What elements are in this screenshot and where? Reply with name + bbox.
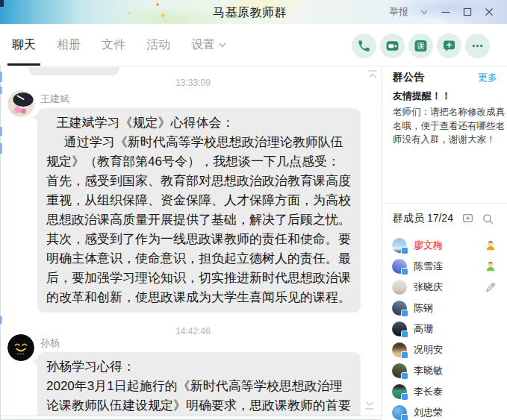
member-avatar — [392, 280, 407, 295]
member-name: 李长泰 — [414, 385, 497, 398]
more-actions-button[interactable] — [465, 34, 490, 58]
add-post-button[interactable] — [437, 34, 461, 58]
member-avatar — [392, 405, 407, 420]
message-timestamp: 13:33:09 — [4, 78, 382, 88]
background-window-corner — [0, 0, 4, 7]
minimize-button[interactable] — [440, 6, 452, 18]
member-list: 廖文梅 陈雪连 张晓庆 陈钢 — [382, 235, 507, 420]
active-tab-underline — [7, 63, 40, 66]
message-paragraph: 王建斌学习《规定》心得体会： — [46, 113, 352, 133]
titlebar-deco-dot2 — [128, 12, 131, 14]
tab-files[interactable]: 文件 — [102, 37, 125, 53]
background-window-artifact — [0, 127, 2, 136]
member-row[interactable]: 张晓庆 — [382, 277, 507, 298]
member-row[interactable]: 李长泰 — [382, 381, 507, 402]
report-chevron-down-icon[interactable] — [418, 6, 430, 18]
member-name: 廖文梅 — [414, 239, 485, 252]
sender-name: 王建斌 — [40, 93, 69, 106]
background-window-artifact — [0, 143, 2, 154]
notice-body: 老师们：请把名称修改成真名哦，便于查看还有哪些老师没有入群，谢谢大家！ — [393, 105, 505, 147]
member-avatar — [392, 301, 407, 316]
member-avatar — [392, 363, 407, 378]
background-window-artifact — [0, 316, 2, 324]
sidebar-divider — [382, 203, 507, 204]
members-count: 17/24 — [427, 212, 453, 224]
titlebar-deco-star: ★ — [160, 11, 167, 19]
class-course-button[interactable]: 课 — [408, 34, 433, 58]
tab-activities[interactable]: 活动 — [146, 37, 170, 53]
message-paragraph: 孙杨学习心得： — [46, 357, 352, 377]
titlebar[interactable]: ★ 马基原教师群 举报 — [0, 0, 507, 24]
member-avatar — [392, 238, 407, 253]
member-avatar — [392, 384, 407, 399]
notice-title: 友情提醒！！ — [393, 90, 451, 103]
close-button[interactable] — [483, 6, 495, 18]
message-paragraph: 2020年3月1日起施行的《新时代高等学校思想政治理论课教师队伍建设规定》明确要… — [46, 377, 352, 416]
avatar-wangjianbin[interactable] — [7, 90, 34, 117]
chat-input-divider — [0, 416, 382, 416]
qq-group-chat-window: ★ 马基原教师群 举报 聊天 相册 文件 活动 设置 — [0, 0, 507, 420]
sidebar: 群公告 更多 友情提醒！！ 老师们：请把名称修改成真名哦，便于查看还有哪些老师没… — [382, 66, 507, 420]
bubble-plus-icon — [442, 39, 456, 53]
maximize-button[interactable] — [461, 6, 473, 18]
member-avatar — [392, 322, 407, 336]
toolbar: 聊天 相册 文件 活动 设置 — [0, 24, 507, 66]
message-bubble: 王建斌学习《规定》心得体会： 通过学习《新时代高等学校思想政治理论教师队伍规定》… — [37, 108, 361, 313]
member-name: 况明安 — [414, 343, 497, 357]
jump-to-bottom-icon[interactable] — [364, 400, 376, 413]
search-member-icon[interactable] — [481, 212, 494, 225]
settings-chevron-down-icon — [219, 43, 226, 48]
toolbar-actions: 课 — [352, 34, 490, 58]
voice-call-button[interactable] — [352, 34, 376, 58]
video-call-button[interactable] — [380, 34, 405, 58]
group-owner-badge-icon — [485, 239, 497, 251]
member-name: 陈雪连 — [414, 260, 485, 273]
member-name: 刘忠荣 — [414, 406, 497, 419]
tab-settings[interactable]: 设置 — [191, 37, 226, 53]
phone-icon — [357, 39, 371, 53]
announcement-title: 群公告 — [393, 71, 424, 84]
previous-message-bubble-clipped — [28, 67, 119, 75]
member-name: 陈钢 — [414, 301, 497, 315]
group-admin-badge-icon — [485, 260, 497, 272]
member-name: 高珊 — [414, 322, 497, 336]
member-avatar — [392, 342, 407, 357]
video-camera-icon — [385, 39, 399, 53]
announcement-more-link[interactable]: 更多 — [478, 71, 497, 84]
member-row[interactable]: 廖文梅 — [382, 235, 507, 256]
ellipsis-icon — [470, 39, 485, 53]
tab-album[interactable]: 相册 — [57, 37, 81, 53]
member-row[interactable]: 况明安 — [382, 339, 507, 360]
member-name: 李晓敏 — [414, 364, 497, 377]
titlebar-deco-dot — [156, 3, 159, 6]
member-row[interactable]: 李晓敏 — [382, 360, 507, 381]
message-paragraph: 通过学习《新时代高等学校思想政治理论教师队伍规定》（教育部第46号令），我想谈一… — [46, 133, 352, 307]
course-icon: 课 — [414, 39, 428, 53]
svg-text:课: 课 — [417, 42, 425, 50]
member-row[interactable]: 陈雪连 — [382, 256, 507, 277]
invite-member-icon[interactable] — [461, 212, 474, 225]
report-button[interactable]: 举报 — [389, 5, 408, 19]
member-name: 张晓庆 — [414, 280, 485, 294]
message-list[interactable]: 13:33:09 王建斌 王建斌学习《规定》心得体会： 通过学习《新时代高等学校… — [4, 67, 382, 416]
tab-settings-label: 设置 — [191, 37, 215, 53]
group-title: 马基原教师群 — [213, 5, 287, 21]
edit-pencil-icon — [485, 281, 497, 293]
avatar-sunyang[interactable] — [7, 334, 34, 361]
message-bubble: 孙杨学习心得： 2020年3月1日起施行的《新时代高等学校思想政治理论课教师队伍… — [37, 352, 361, 416]
tab-bar: 聊天 相册 文件 活动 设置 — [12, 24, 226, 66]
member-row[interactable]: 高珊 — [382, 319, 507, 339]
member-row[interactable]: 刘忠荣 — [382, 402, 507, 420]
members-header: 群成员 17/24 — [393, 212, 494, 225]
member-row[interactable]: 陈钢 — [382, 298, 507, 319]
tab-chat[interactable]: 聊天 — [12, 37, 36, 53]
member-avatar — [392, 259, 407, 274]
message-timestamp: 14:42:46 — [4, 326, 382, 336]
members-title: 群成员 17/24 — [393, 212, 454, 225]
background-window-artifact — [0, 87, 2, 94]
background-window-artifact — [0, 72, 2, 82]
sender-name: 孙杨 — [40, 336, 60, 350]
